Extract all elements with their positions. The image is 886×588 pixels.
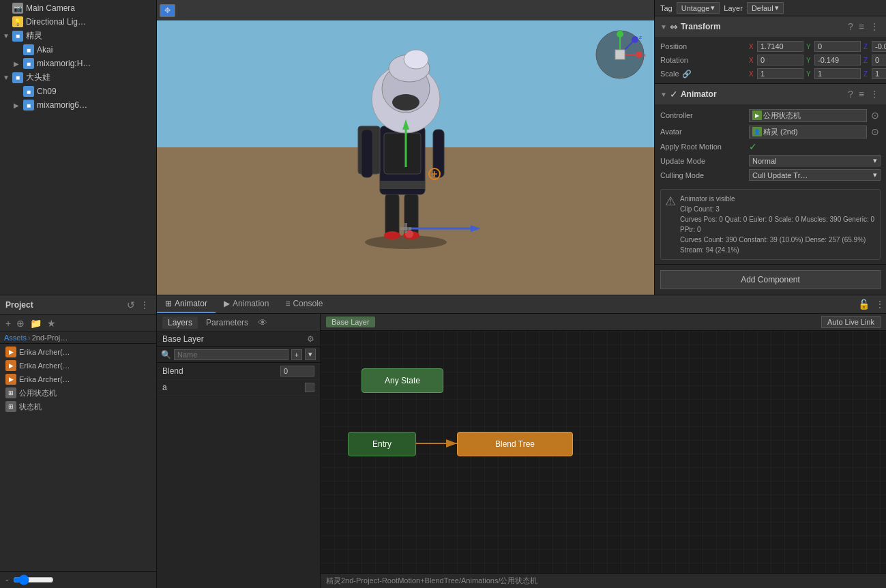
svg-rect-36 [615, 50, 625, 59]
param-add-button[interactable]: + [291, 349, 302, 360]
more-options-icon[interactable]: ⋮ [874, 297, 886, 311]
culling-mode-label: Culling Mode [660, 171, 749, 179]
hierarchy-item-akai[interactable]: ■ Akai [0, 43, 156, 57]
layer-dropdown[interactable]: Defaul▾ [747, 2, 784, 14]
base-layer-label: Base Layer [162, 334, 204, 344]
breadcrumb-proj[interactable]: 2nd-Proj… [32, 334, 68, 342]
transform-body: Position X Y Z [655, 37, 886, 83]
svg-text:y: y [619, 28, 621, 34]
hierarchy-item-datouwa[interactable]: ▼ ■ 大头娃 [0, 70, 156, 85]
project-item[interactable]: ▶ Erika Archer(… [0, 372, 156, 386]
collapse-icon: ▼ [660, 91, 667, 98]
add-icon[interactable]: + [4, 317, 12, 330]
zoom-out-icon[interactable]: - [4, 573, 10, 587]
camera-icon: 📷 [12, 3, 23, 14]
position-y-field: Y [806, 41, 861, 52]
hand-tool-btn[interactable]: ✥ [160, 4, 175, 17]
scene-view: ✥ [157, 0, 654, 295]
hierarchy-label: 精灵 [26, 30, 42, 42]
animator-graph[interactable]: Any State Entry Blend Tree [321, 331, 886, 573]
hierarchy-item-mixamorig-h[interactable]: ▶ ■ mixamorig:H… [0, 57, 156, 70]
avatar-asset[interactable]: 👤 精灵 (2nd) [749, 126, 867, 138]
scale-z-input[interactable] [872, 68, 886, 79]
rotation-z-input[interactable] [872, 55, 886, 65]
rotation-z-field: Z [863, 55, 886, 65]
position-z-input[interactable] [872, 41, 886, 52]
tag-dropdown[interactable]: Untagge▾ [677, 2, 720, 14]
z-label: Z [863, 43, 870, 50]
zoom-slider[interactable] [13, 574, 54, 585]
help-icon[interactable]: ? [846, 87, 855, 101]
unlock-icon[interactable]: 🔓 [857, 297, 871, 311]
hierarchy-item-ch09[interactable]: ■ Ch09 [0, 85, 156, 98]
transform-component: ▼ ⇔ Transform ? ≡ ⋮ Position X [655, 16, 886, 84]
svg-point-13 [392, 94, 419, 111]
rotation-x-input[interactable] [757, 55, 803, 65]
tab-animator[interactable]: ⊞ Animator [157, 295, 216, 313]
position-y-input[interactable] [814, 41, 861, 52]
add-component-button[interactable]: Add Component [660, 270, 881, 289]
blend-tree-label: Blend Tree [495, 439, 535, 449]
controller-asset[interactable]: ▶ 公用状态机 [749, 109, 867, 122]
blend-tree-node[interactable]: Blend Tree [457, 432, 573, 456]
param-add-dropdown[interactable]: ▾ [305, 349, 316, 360]
project-item[interactable]: ▶ Erika Archer(… [0, 359, 156, 372]
animator-component: ▼ ✓ Animator ? ≡ ⋮ Controller ▶ 公用状态机 ⊙ [655, 84, 886, 265]
animator-info-text: Animator is visible Clip Count: 3 Curves… [680, 194, 876, 255]
subtab-layers[interactable]: Layers [162, 317, 198, 329]
settings-icon[interactable]: ≡ [857, 87, 866, 101]
hierarchy-item-mixamorig6[interactable]: ▶ ■ mixamorig6… [0, 98, 156, 112]
search-icon[interactable]: ⊕ [15, 317, 26, 330]
tab-console[interactable]: ≡ Console [277, 295, 331, 313]
settings-icon[interactable]: ≡ [857, 20, 866, 33]
entry-node[interactable]: Entry [348, 432, 416, 456]
any-state-node[interactable]: Any State [361, 368, 443, 393]
svg-point-15 [404, 50, 428, 69]
auto-live-link-button[interactable]: Auto Live Link [821, 316, 881, 328]
subtab-parameters[interactable]: Parameters [201, 317, 254, 329]
transform-header[interactable]: ▼ ⇔ Transform ? ≡ ⋮ [655, 16, 886, 37]
project-panel-header: Project ↺ ⋮ [0, 295, 156, 315]
entry-label: Entry [372, 439, 392, 449]
hierarchy-item-main-camera[interactable]: 📷 Main Camera [0, 1, 156, 15]
position-x-input[interactable] [757, 41, 803, 52]
update-mode-dropdown[interactable]: Normal ▾ [749, 155, 881, 166]
project-item[interactable]: ⊞ 公用状态机 [0, 386, 156, 400]
hierarchy-panel: 📷 Main Camera 💡 Directional Lig… ▼ ■ 精灵 [0, 0, 157, 295]
hierarchy-item-jingling[interactable]: ▼ ■ 精灵 [0, 29, 156, 43]
refresh-icon[interactable]: ↺ [125, 298, 136, 312]
scale-y-input[interactable] [814, 68, 861, 79]
base-layer-badge: Base Layer [326, 317, 375, 327]
hierarchy-item-directional-light[interactable]: 💡 Directional Lig… [0, 15, 156, 29]
avatar-picker[interactable]: ⊙ [870, 125, 881, 138]
avatar-name: 精灵 (2nd) [763, 127, 798, 137]
svg-rect-9 [361, 130, 372, 177]
param-search-input[interactable] [174, 349, 289, 360]
more-icon[interactable]: ⋮ [138, 298, 151, 312]
hierarchy-label: Directional Lig… [26, 17, 86, 27]
rotation-y-input[interactable] [814, 55, 861, 65]
breadcrumb-assets[interactable]: Assets [4, 334, 27, 342]
project-item[interactable]: ▶ Erika Archer(… [0, 345, 156, 359]
breadcrumb-sep: › [28, 334, 31, 342]
culling-mode-text: Cull Update Tr… [752, 171, 808, 179]
base-layer-row: Base Layer ⚙ [157, 332, 320, 347]
controller-picker[interactable]: ⊙ [870, 108, 881, 122]
folder-icon[interactable]: 📁 [29, 317, 43, 330]
animator-header[interactable]: ▼ ✓ Animator ? ≡ ⋮ [655, 84, 886, 104]
character-model [304, 31, 508, 265]
project-item[interactable]: ⊞ 状态机 [0, 400, 156, 413]
eye-icon[interactable]: 👁 [256, 316, 269, 329]
param-checkbox-a[interactable] [305, 383, 314, 392]
star-icon[interactable]: ★ [46, 317, 57, 330]
more-icon[interactable]: ⋮ [868, 87, 881, 101]
scale-x-input[interactable] [757, 68, 803, 79]
layer-settings-icon[interactable]: ⚙ [307, 334, 314, 344]
cube-icon: ■ [12, 31, 23, 42]
controller-name: 公用状态机 [763, 111, 801, 121]
help-icon[interactable]: ? [846, 20, 855, 33]
more-icon[interactable]: ⋮ [868, 20, 881, 33]
tab-animation[interactable]: ▶ Animation [216, 295, 277, 313]
param-value-blend[interactable] [280, 366, 314, 377]
culling-mode-dropdown[interactable]: Cull Update Tr… ▾ [749, 169, 881, 181]
